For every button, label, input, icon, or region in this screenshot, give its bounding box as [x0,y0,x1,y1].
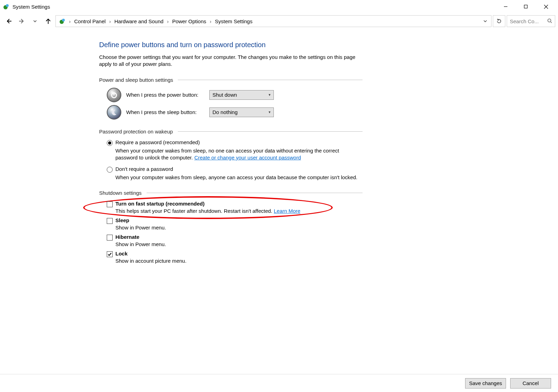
sleep-checkbox[interactable] [107,218,113,224]
power-button-combobox[interactable]: Shut down ▾ [209,90,274,100]
address-bar: › Control Panel › Hardware and Sound › P… [0,13,558,29]
section-divider [178,80,363,80]
refresh-button[interactable] [493,15,505,27]
sleep-button-setting: When I press the sleep button: Do nothin… [107,105,363,120]
section-title: Password protection on wakeup [99,129,173,134]
lock-checkbox[interactable] [107,251,113,257]
svg-point-11 [548,19,551,22]
require-password-radio[interactable] [107,140,113,146]
svg-point-10 [62,19,65,21]
learn-more-link[interactable]: Learn More [274,208,300,214]
section-power-sleep: Power and sleep button settings When I p… [99,77,363,120]
section-divider [147,193,363,193]
section-title: Power and sleep button settings [99,77,173,83]
page-intro: Choose the power settings that you want … [99,54,363,68]
chevron-down-icon: ▾ [269,93,271,97]
nav-back-button[interactable] [3,15,15,27]
nav-forward-button[interactable] [16,15,28,27]
svg-rect-3 [524,5,528,8]
title-bar: System Settings [0,0,558,13]
checkbox-label: Sleep [115,217,129,223]
no-password-option: Don't require a password When your compu… [107,166,363,181]
checkbox-description: This helps start your PC faster after sh… [115,208,363,214]
combobox-value: Shut down [212,92,237,98]
chevron-right-icon: › [68,18,71,24]
radio-label: Require a password (recommended) [115,139,200,145]
section-password: Password protection on wakeup Require a … [99,129,363,181]
breadcrumb-item[interactable]: Hardware and Sound [112,16,166,27]
require-password-option: Require a password (recommended) When yo… [107,139,363,162]
window-title: System Settings [12,4,50,10]
checkbox-label: Turn on fast startup (recommended) [115,201,204,207]
breadcrumb-history-dropdown[interactable] [481,16,490,27]
power-icon [107,88,121,102]
breadcrumb[interactable]: › Control Panel › Hardware and Sound › P… [55,15,491,27]
chevron-right-icon: › [108,18,112,24]
radio-description: When your computer wakes from sleep, any… [115,174,363,181]
content-area: Define power buttons and turn on passwor… [99,41,363,264]
breadcrumb-item[interactable]: Control Panel [72,16,108,27]
page-title: Define power buttons and turn on passwor… [99,41,363,49]
nav-up-button[interactable] [42,15,54,27]
minimize-button[interactable] [496,1,516,12]
section-title: Shutdown settings [99,190,142,196]
search-placeholder: Search Co... [510,18,539,24]
svg-point-1 [6,4,9,7]
combobox-value: Do nothing [212,109,238,115]
checkbox-label: Hibernate [115,234,139,240]
checkbox-description: Show in Power menu. [115,225,363,230]
no-password-radio[interactable] [107,167,113,173]
hibernate-option: Hibernate Show in Power menu. [107,234,363,247]
section-shutdown: Shutdown settings Turn on fast startup (… [99,190,363,264]
power-button-setting: When I press the power button: Shut down… [107,88,363,102]
power-button-label: When I press the power button: [126,92,209,98]
chevron-right-icon: › [166,18,169,24]
svg-line-12 [551,22,552,23]
nav-recent-button[interactable] [29,15,41,27]
chevron-down-icon: ▾ [269,110,271,114]
lock-option: Lock Show in account picture menu. [107,251,363,264]
maximize-button[interactable] [516,1,536,12]
radio-description: When your computer wakes from sleep, no … [115,147,363,162]
sleep-button-combobox[interactable]: Do nothing ▾ [209,107,274,117]
breadcrumb-item[interactable]: System Settings [213,16,254,27]
radio-label: Don't require a password [115,166,173,172]
sleep-button-label: When I press the sleep button: [126,109,209,115]
search-input[interactable]: Search Co... [507,15,555,27]
breadcrumb-item[interactable]: Power Options [170,16,208,27]
sleep-icon [107,105,121,120]
close-button[interactable] [536,1,556,12]
sleep-option: Sleep Show in Power menu. [107,217,363,230]
search-icon [547,18,552,24]
hibernate-checkbox[interactable] [107,235,113,241]
checkbox-label: Lock [115,251,128,256]
checkbox-description: Show in Power menu. [115,241,363,247]
checkbox-description: Show in account picture menu. [115,258,363,264]
breadcrumb-icon [59,17,66,25]
app-icon [3,3,10,10]
fast-startup-option: Turn on fast startup (recommended) This … [107,201,363,214]
fast-startup-checkbox[interactable] [107,201,113,207]
chevron-right-icon: › [209,18,212,24]
create-password-link[interactable]: Create or change your user account passw… [194,155,301,160]
section-divider [178,131,363,132]
